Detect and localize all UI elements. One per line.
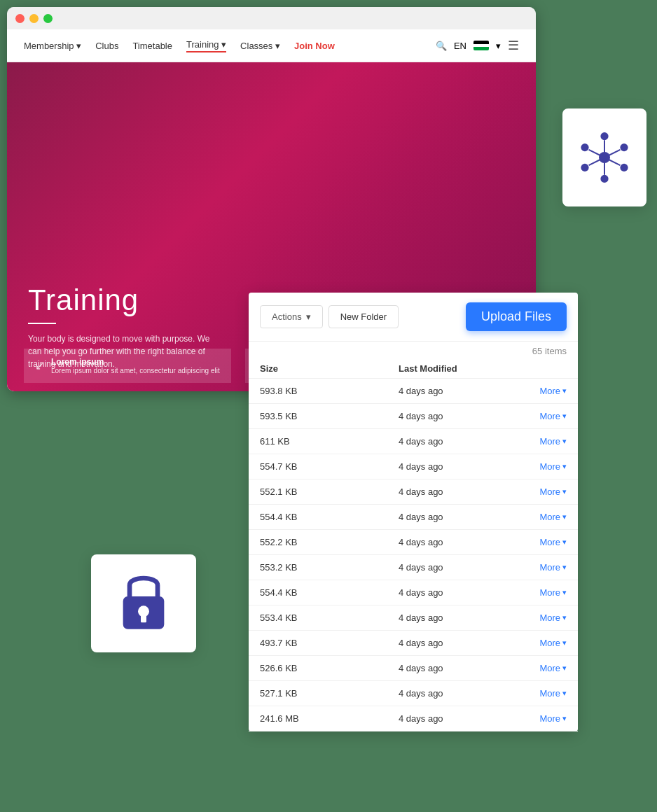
more-button[interactable]: More xyxy=(511,612,567,623)
more-button[interactable]: More xyxy=(511,638,567,648)
nav-classes[interactable]: Classes ▾ xyxy=(240,41,280,51)
nav-timetable[interactable]: Timetable xyxy=(132,41,172,51)
more-button[interactable]: More xyxy=(511,436,567,447)
header-button-group: Actions ▾ New Folder xyxy=(260,305,399,328)
file-size: 493.7 KB xyxy=(260,638,399,648)
nav-training[interactable]: Training ▾ xyxy=(186,39,226,52)
file-size: 554.4 KB xyxy=(260,512,399,522)
table-row: 553.4 KB 4 days ago More xyxy=(249,606,578,631)
more-button[interactable]: More xyxy=(511,486,567,497)
more-button[interactable]: More xyxy=(511,411,567,421)
close-dot[interactable] xyxy=(15,14,25,23)
actions-chevron-icon: ▾ xyxy=(306,312,311,322)
table-row: 527.1 KB 4 days ago More xyxy=(249,681,578,706)
more-button[interactable]: More xyxy=(511,587,567,598)
hero-body: Your body is designed to move with purpo… xyxy=(28,332,224,370)
table-row: 241.6 MB 4 days ago More xyxy=(249,706,578,732)
col-modified-header: Last Modified xyxy=(399,363,511,374)
file-manager-header: Actions ▾ New Folder Upload Files xyxy=(249,293,578,342)
nav-join-now[interactable]: Join Now xyxy=(294,41,335,51)
file-size: 593.5 KB xyxy=(260,411,399,421)
table-row: 593.5 KB 4 days ago More xyxy=(249,404,578,429)
items-count: 65 items xyxy=(249,342,578,359)
table-row: 552.2 KB 4 days ago More xyxy=(249,530,578,555)
file-modified: 4 days ago xyxy=(399,411,511,421)
file-size: 527.1 KB xyxy=(260,688,399,699)
file-size: 553.2 KB xyxy=(260,562,399,573)
file-size: 552.1 KB xyxy=(260,486,399,497)
lang-dropdown-icon[interactable]: ▾ xyxy=(496,41,501,51)
file-size: 526.6 KB xyxy=(260,663,399,673)
file-modified: 4 days ago xyxy=(399,612,511,623)
actions-button[interactable]: Actions ▾ xyxy=(260,305,323,328)
file-size: 554.7 KB xyxy=(260,461,399,472)
more-button[interactable]: More xyxy=(511,663,567,673)
file-size: 553.4 KB xyxy=(260,612,399,623)
hamburger-icon[interactable]: ☰ xyxy=(508,38,519,53)
table-row: 593.8 KB 4 days ago More xyxy=(249,379,578,404)
file-modified: 4 days ago xyxy=(399,587,511,598)
svg-point-4 xyxy=(620,144,628,151)
lock-svg xyxy=(116,568,172,638)
file-size: 552.2 KB xyxy=(260,537,399,547)
upload-files-button[interactable]: Upload Files xyxy=(466,302,567,331)
file-modified: 4 days ago xyxy=(399,386,511,396)
browser-titlebar xyxy=(7,7,536,29)
network-svg xyxy=(576,130,632,186)
maximize-dot[interactable] xyxy=(43,14,53,23)
file-modified: 4 days ago xyxy=(399,486,511,497)
hero-content: Training Your body is designed to move w… xyxy=(28,284,224,370)
col-actions-header xyxy=(511,363,567,374)
file-modified: 4 days ago xyxy=(399,713,511,724)
more-button[interactable]: More xyxy=(511,537,567,547)
file-modified: 4 days ago xyxy=(399,537,511,547)
file-table-header: Size Last Modified xyxy=(249,359,578,379)
table-row: 552.1 KB 4 days ago More xyxy=(249,479,578,505)
file-size: 554.4 KB xyxy=(260,587,399,598)
svg-point-6 xyxy=(620,164,628,172)
file-size: 611 KB xyxy=(260,436,399,447)
file-size: 593.8 KB xyxy=(260,386,399,396)
col-size-header: Size xyxy=(260,363,399,374)
svg-point-1 xyxy=(600,132,608,140)
lock-icon-card xyxy=(91,554,196,652)
network-icon-card xyxy=(562,108,646,206)
file-modified: 4 days ago xyxy=(399,562,511,573)
nav-links: Membership ▾ Clubs Timetable Training ▾ … xyxy=(24,39,335,52)
file-rows-container: 593.8 KB 4 days ago More 593.5 KB 4 days… xyxy=(249,379,578,732)
table-row: 554.4 KB 4 days ago More xyxy=(249,505,578,530)
more-button[interactable]: More xyxy=(511,512,567,522)
file-modified: 4 days ago xyxy=(399,512,511,522)
file-modified: 4 days ago xyxy=(399,688,511,699)
more-button[interactable]: More xyxy=(511,386,567,396)
file-modified: 4 days ago xyxy=(399,461,511,472)
hero-divider xyxy=(28,323,56,324)
table-row: 554.7 KB 4 days ago More xyxy=(249,454,578,479)
nav-right: 🔍 EN ▾ ☰ xyxy=(436,38,519,53)
hero-title: Training xyxy=(28,284,224,317)
more-button[interactable]: More xyxy=(511,688,567,699)
search-icon[interactable]: 🔍 xyxy=(436,41,447,51)
flag-icon xyxy=(473,41,489,50)
file-modified: 4 days ago xyxy=(399,436,511,447)
table-row: 526.6 KB 4 days ago More xyxy=(249,656,578,681)
table-row: 611 KB 4 days ago More xyxy=(249,429,578,454)
table-row: 553.2 KB 4 days ago More xyxy=(249,555,578,580)
more-button[interactable]: More xyxy=(511,713,567,724)
table-row: 493.7 KB 4 days ago More xyxy=(249,631,578,656)
table-row: 554.4 KB 4 days ago More xyxy=(249,580,578,606)
nav-membership[interactable]: Membership ▾ xyxy=(24,41,81,51)
file-modified: 4 days ago xyxy=(399,638,511,648)
more-button[interactable]: More xyxy=(511,461,567,472)
svg-point-2 xyxy=(600,175,608,183)
new-folder-button[interactable]: New Folder xyxy=(328,305,399,328)
svg-point-5 xyxy=(581,164,588,172)
nav-clubs[interactable]: Clubs xyxy=(95,41,118,51)
lang-label[interactable]: EN xyxy=(454,41,466,51)
file-modified: 4 days ago xyxy=(399,663,511,673)
minimize-dot[interactable] xyxy=(29,14,39,23)
file-table: Size Last Modified 593.8 KB 4 days ago M… xyxy=(249,359,578,732)
actions-label: Actions xyxy=(272,312,302,322)
more-button[interactable]: More xyxy=(511,562,567,573)
file-size: 241.6 MB xyxy=(260,713,399,724)
